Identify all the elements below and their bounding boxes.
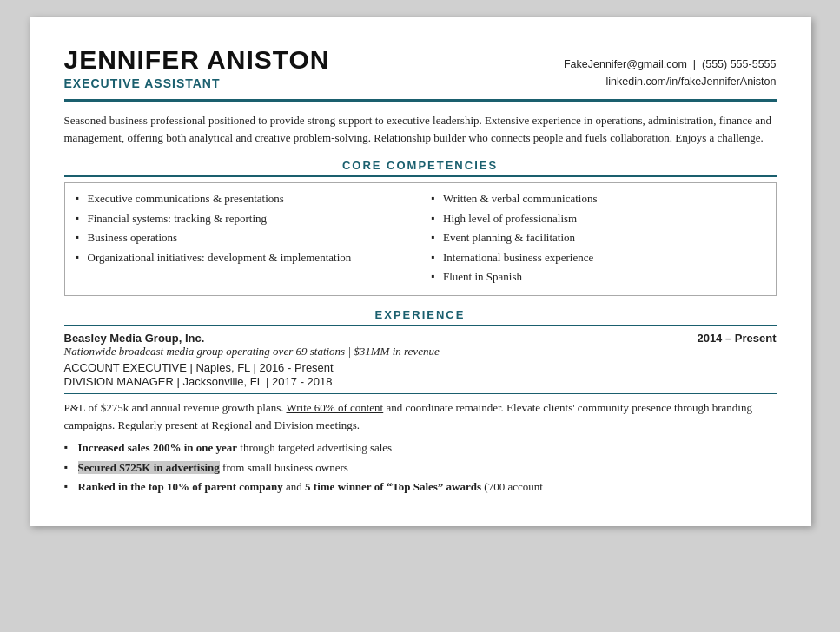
bullet-bold2: 5 time winner of “Top Sales” awards — [305, 480, 481, 493]
resume-header: JENNIFER ANISTON EXECUTIVE ASSISTANT Fak… — [64, 45, 777, 102]
job-company: Beasley Media Group, Inc. — [64, 332, 205, 345]
competency-item: Fluent in Spanish — [431, 268, 765, 286]
experience-title: EXPERIENCE — [64, 308, 777, 321]
competencies-right-list: Written & verbal communications High lev… — [431, 190, 765, 286]
candidate-name: JENNIFER ANISTON — [64, 45, 330, 75]
competency-item: Organizational initiatives: development … — [76, 249, 410, 267]
underline-text: Write 60% of content — [286, 401, 383, 414]
competency-item: High level of professionalism — [431, 210, 765, 227]
competency-item: Event planning & facilitation — [431, 229, 765, 247]
bullet-item: Increased sales 200% in one year through… — [64, 439, 777, 457]
contact-email-phone: FakeJennifer@gmail.com | (555) 555-5555 — [564, 56, 777, 73]
bullet-normal2: (700 account — [484, 480, 543, 493]
competency-item: Financial systems: tracking & reporting — [76, 210, 410, 227]
competency-item: Written & verbal communications — [431, 190, 765, 207]
linkedin: linkedin.com/in/fakeJenniferAniston — [564, 73, 777, 90]
bullet-normal: through targeted advertising sales — [240, 441, 392, 454]
summary-section: Seasoned business professional positione… — [64, 112, 777, 147]
competency-item: Executive communications & presentations — [76, 190, 410, 207]
competencies-table: Executive communications & presentations… — [64, 182, 777, 296]
summary-text: Seasoned business professional positione… — [64, 112, 777, 147]
job-role-2: DIVISION MANAGER | Jacksonville, FL | 20… — [64, 375, 777, 388]
job-description: Nationwide broadcast media group operati… — [64, 345, 777, 359]
experience-section: Beasley Media Group, Inc. 2014 – Present… — [64, 332, 777, 496]
email: FakeJennifer@gmail.com — [564, 58, 687, 70]
resume-document: JENNIFER ANISTON EXECUTIVE ASSISTANT Fak… — [30, 17, 811, 526]
bullet-item: Ranked in the top 10% of parent company … — [64, 478, 777, 496]
phone: (555) 555-5555 — [702, 58, 776, 70]
bullet-bold-highlight: Secured $725K in advertising — [78, 461, 220, 474]
linkedin-url: linkedin.com/in/fakeJenniferAniston — [606, 76, 777, 88]
experience-divider — [64, 325, 777, 326]
job-body-text: P&L of $275k and annual revenue growth p… — [64, 399, 777, 434]
bullet-bold: Ranked in the top 10% of parent company — [78, 480, 283, 493]
competencies-left-col: Executive communications & presentations… — [64, 183, 420, 296]
competencies-left-list: Executive communications & presentations… — [76, 190, 410, 266]
competencies-title: CORE COMPETENCIES — [64, 159, 777, 172]
header-left: JENNIFER ANISTON EXECUTIVE ASSISTANT — [64, 45, 330, 90]
bullet-normal: from small business owners — [222, 461, 348, 474]
bullet-bold: Increased sales 200% in one year — [78, 441, 238, 454]
competencies-right-col: Written & verbal communications High lev… — [420, 183, 777, 296]
competency-item: International business experience — [431, 249, 765, 267]
header-contact: FakeJennifer@gmail.com | (555) 555-5555 … — [564, 56, 777, 90]
job-role-1: ACCOUNT EXECUTIVE | Naples, FL | 2016 - … — [64, 361, 777, 374]
job-dates: 2014 – Present — [697, 332, 776, 345]
bullet-item: Secured $725K in advertising from small … — [64, 459, 777, 477]
candidate-title: EXECUTIVE ASSISTANT — [64, 76, 330, 90]
job-bullets: Increased sales 200% in one year through… — [64, 439, 777, 496]
job-body-divider — [64, 393, 777, 394]
bullet-normal: and — [286, 480, 305, 493]
competency-item: Business operations — [76, 229, 410, 247]
competencies-divider — [64, 175, 777, 177]
job-header: Beasley Media Group, Inc. 2014 – Present — [64, 332, 777, 345]
